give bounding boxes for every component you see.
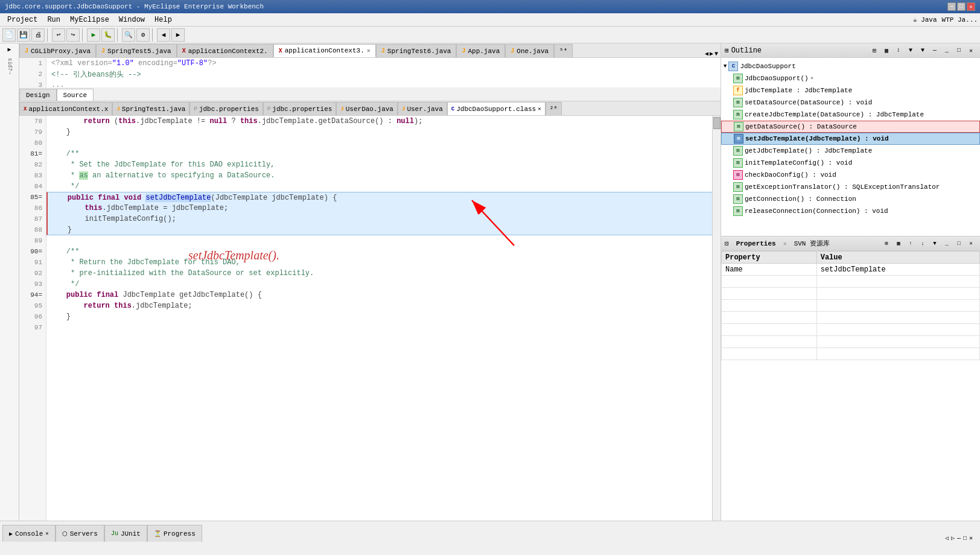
sub-tab-jdbc-dao-support[interactable]: C JdbcDaoSupport.class ✕	[447, 102, 546, 115]
tab-app-context3[interactable]: X applicationContext3. ✕	[273, 44, 376, 57]
nav-fwd-button[interactable]: ▶	[171, 28, 185, 42]
sub-tab-close-icon[interactable]: ✕	[538, 106, 541, 112]
outline-item-get-jdbc-template[interactable]: m getJdbcTemplate() : JdbcTemplate	[721, 145, 980, 157]
line-num-79: 79	[19, 127, 46, 138]
bottom-ctrl3[interactable]: —	[957, 535, 961, 542]
tab-scroll-right[interactable]: ▶	[710, 50, 713, 57]
bottom-ctrl4[interactable]: □	[963, 535, 967, 542]
line-num-84: 84	[19, 181, 46, 192]
outline-constructor-icon: m	[733, 74, 743, 83]
outline-item-check-dao[interactable]: m checkDaoConfig() : void	[721, 169, 980, 181]
tab-app-context3-close[interactable]: ✕	[367, 47, 371, 54]
prop-btn4[interactable]: ↓	[917, 238, 928, 249]
xml-code-area[interactable]: <?xml version="1.0" encoding="UTF-8"?> <…	[46, 58, 721, 87]
outline-item-get-connection[interactable]: m getConnection() : Connection	[721, 193, 980, 205]
sidebar-btn1[interactable]: sid7→	[7, 58, 13, 74]
outline-btn5[interactable]: ▼	[917, 45, 928, 56]
tab-app-java[interactable]: J App.java	[456, 44, 505, 57]
properties-separator: ✕	[783, 240, 787, 247]
outline-minimize[interactable]: _	[941, 45, 952, 56]
prop-btn5[interactable]: ▼	[929, 238, 940, 249]
outline-item-jdbc-template-field[interactable]: f jdbcTemplate : JdbcTemplate	[721, 84, 980, 97]
tab-spring-test5[interactable]: J SpringTest5.java	[96, 44, 177, 57]
tab-source[interactable]: Source	[57, 89, 94, 101]
vertical-scrollbar[interactable]	[712, 116, 721, 521]
outline-item-get-exception[interactable]: m getExceptionTranslator() : SQLExceptio…	[721, 181, 980, 193]
save-button[interactable]: 💾	[17, 28, 30, 42]
tab-design[interactable]: Design	[19, 89, 57, 101]
sidebar-toggle[interactable]: ▶	[7, 46, 11, 53]
title-bar: jdbc.core.support.JdbcDaoSupport - MyEcl…	[0, 0, 980, 13]
outline-btn4[interactable]: ▼	[905, 45, 916, 56]
prop-btn1[interactable]: ⊞	[881, 238, 892, 249]
tab-svn[interactable]: SVN 资源库	[789, 238, 835, 249]
outline-item-constructor[interactable]: m JdbcDaoSupport() ●	[721, 72, 980, 84]
code-lines-area[interactable]: return (this.jdbcTemplate != null ? this…	[46, 116, 712, 521]
tab-properties[interactable]: Properties	[731, 239, 781, 249]
outline-close[interactable]: ✕	[966, 45, 976, 56]
menu-myeclipse[interactable]: MyEclipse	[65, 14, 114, 25]
tab-app-context2[interactable]: X applicationContext2.	[177, 44, 273, 57]
outline-root[interactable]: ▼ C JdbcDaoSupport	[721, 60, 980, 72]
menu-project[interactable]: Project	[2, 14, 42, 25]
prop-row-empty6	[722, 336, 980, 348]
debug-button[interactable]: 🐛	[101, 28, 115, 42]
prop-minimize[interactable]: _	[941, 238, 952, 249]
search-button[interactable]: 🔍	[122, 28, 135, 42]
prop-close[interactable]: ✕	[966, 238, 976, 249]
outline-item-release-connection-label: releaseConnection(Connection) : void	[745, 208, 888, 215]
tab-progress[interactable]: ⏳ Progress	[147, 525, 202, 542]
outline-btn6[interactable]: —	[929, 45, 940, 56]
run-button[interactable]: ▶	[87, 28, 100, 42]
bottom-ctrl5[interactable]: ✕	[969, 534, 973, 542]
scroll-thumb[interactable]	[713, 117, 721, 129]
tab-spring-test6[interactable]: J SpringTest6.java	[376, 44, 457, 57]
outline-item-set-jdbc-template[interactable]: m setJdbcTemplate(JdbcTemplate) : void	[721, 133, 980, 145]
outline-maximize[interactable]: □	[953, 45, 964, 56]
sub-tab-overflow[interactable]: ²⁰	[546, 102, 562, 115]
outline-btn3[interactable]: ↕	[893, 45, 904, 56]
outline-item-create-jdbc[interactable]: m createJdbcTemplate(DataSource) : JdbcT…	[721, 109, 980, 121]
nav-back-button[interactable]: ◀	[157, 28, 170, 42]
bottom-ctrl2[interactable]: ▷	[951, 534, 955, 542]
sub-tab-user[interactable]: J User.java	[398, 102, 447, 115]
maximize-button[interactable]: □	[957, 2, 966, 11]
tab-cglib-proxy[interactable]: J CGLibProxy.java	[19, 44, 96, 57]
minimize-button[interactable]: ─	[947, 2, 956, 11]
undo-button[interactable]: ↩	[52, 28, 65, 42]
prop-maximize[interactable]: □	[953, 238, 964, 249]
tab-console[interactable]: ▶ Console ✕	[2, 525, 56, 542]
outline-item-get-datasource[interactable]: m getDataSource() : DataSource	[721, 121, 980, 133]
outline-item-release-connection[interactable]: m releaseConnection(Connection) : void	[721, 205, 980, 217]
tab-servers[interactable]: ⬡ Servers	[56, 525, 104, 542]
sub-tab-jdbc-prop2[interactable]: P jdbc.properties	[263, 102, 336, 115]
outline-btn2[interactable]: ▦	[881, 45, 892, 56]
new-button[interactable]: 📄	[2, 28, 16, 42]
menu-help[interactable]: Help	[150, 14, 177, 25]
print-button[interactable]: 🖨	[31, 28, 45, 42]
redo-button[interactable]: ↪	[66, 28, 80, 42]
outline-item-set-datasource[interactable]: m setDataSource(DataSource) : void	[721, 97, 980, 109]
outline-item-init-template[interactable]: m initTemplateConfig() : void	[721, 157, 980, 169]
prop-btn3[interactable]: ↑	[905, 238, 916, 249]
code-editor[interactable]: 78 79 80 81= 82 83 84 85= 86 87 88 89 90…	[19, 116, 721, 521]
tab-overflow[interactable]: ⁵⁴	[554, 44, 573, 57]
close-button[interactable]: ✕	[967, 2, 975, 11]
tab-junit[interactable]: Ju JUnit	[104, 525, 147, 542]
menu-window[interactable]: Window	[114, 14, 150, 25]
tab-menu[interactable]: ▼	[714, 51, 718, 57]
outline-dot1: ●	[810, 75, 813, 81]
sub-tab-jdbc-prop1[interactable]: P jdbc.properties	[189, 102, 262, 115]
xml-editor-area: 1 2 3 <?xml version="1.0" encoding="UTF-…	[19, 58, 721, 88]
prop-btn2[interactable]: ▦	[893, 238, 904, 249]
tab-one-java[interactable]: J One.java	[505, 44, 554, 57]
console-close[interactable]: ✕	[45, 530, 48, 537]
sub-tab-user-dao[interactable]: J UserDao.java	[336, 102, 398, 115]
sub-tab-spring-test1[interactable]: J SpringTest1.java	[112, 102, 189, 115]
tab-scroll-left[interactable]: ◀	[705, 50, 708, 57]
build-button[interactable]: ⚙	[136, 28, 150, 42]
bottom-ctrl1[interactable]: ◁	[945, 534, 949, 542]
outline-btn1[interactable]: ⊞	[869, 45, 880, 56]
menu-run[interactable]: Run	[42, 14, 65, 25]
sub-tab-app-context[interactable]: X applicationContext.x	[19, 102, 112, 115]
